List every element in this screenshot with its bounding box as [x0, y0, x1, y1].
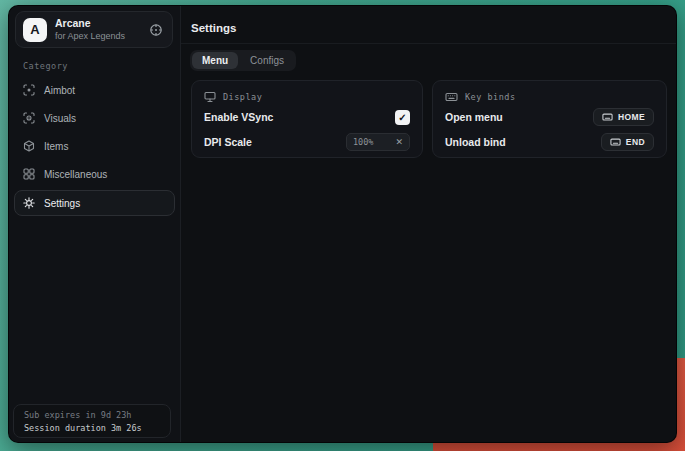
- crosshair-scan-icon: [23, 84, 35, 96]
- app-header-text: Arcane for Apex Legends: [55, 18, 141, 41]
- app-logo-letter: A: [30, 22, 39, 37]
- app-header-card: A Arcane for Apex Legends: [15, 11, 173, 48]
- gear-icon: [23, 197, 35, 209]
- vsync-checkbox[interactable]: ✓: [395, 110, 410, 125]
- display-card: Display Enable VSync ✓ DPI Scale 100% ✕: [191, 80, 423, 158]
- display-card-title: Display: [223, 92, 262, 102]
- app-subtitle: for Apex Legends: [55, 32, 141, 41]
- open-menu-label: Open menu: [445, 111, 503, 123]
- main-header: Settings: [181, 6, 677, 44]
- dpi-value: 100%: [353, 137, 373, 147]
- unload-bind-row: Unload bind END: [445, 130, 654, 154]
- sidebar-item-label: Settings: [44, 198, 80, 209]
- sidebar-item-settings[interactable]: Settings: [14, 190, 175, 216]
- main-panel: Settings Menu Configs Display: [181, 6, 677, 442]
- sub-expiry-text: Sub expires in 9d 23h: [24, 409, 160, 422]
- sidebar-item-label: Miscellaneous: [44, 169, 107, 180]
- arcane-window: A Arcane for Apex Legends Category: [8, 5, 677, 443]
- keyboard-icon: [610, 137, 621, 147]
- check-icon: ✓: [398, 112, 406, 123]
- sidebar: A Arcane for Apex Legends Category: [9, 6, 181, 442]
- keybinds-card: Key binds Open menu HOME Unload bin: [432, 80, 667, 158]
- dpi-scale-input[interactable]: 100% ✕: [346, 133, 410, 151]
- tab-menu[interactable]: Menu: [192, 52, 238, 69]
- category-label: Category: [23, 61, 180, 71]
- keybinds-card-title: Key binds: [465, 92, 516, 102]
- sidebar-item-aimbot[interactable]: Aimbot: [14, 76, 175, 104]
- layout-grid-icon: [23, 168, 35, 180]
- open-menu-row: Open menu HOME: [445, 105, 654, 129]
- dpi-row: DPI Scale 100% ✕: [204, 130, 410, 154]
- vsync-row: Enable VSync ✓: [204, 105, 410, 129]
- scan-eye-icon: [23, 112, 35, 124]
- sidebar-nav: Aimbot Visuals: [9, 76, 180, 216]
- sidebar-item-label: Visuals: [44, 113, 76, 124]
- open-menu-keybind-button[interactable]: HOME: [593, 108, 654, 126]
- vsync-label: Enable VSync: [204, 111, 273, 123]
- page-title: Settings: [191, 22, 677, 34]
- target-icon[interactable]: [149, 23, 163, 37]
- unload-bind-keybind-button[interactable]: END: [601, 133, 654, 151]
- keybinds-card-header: Key binds: [445, 89, 654, 104]
- sidebar-item-label: Items: [44, 141, 68, 152]
- sidebar-item-items[interactable]: Items: [14, 132, 175, 160]
- clear-icon[interactable]: ✕: [395, 138, 403, 147]
- sidebar-item-label: Aimbot: [44, 85, 75, 96]
- subscription-info-card: Sub expires in 9d 23h Session duration 3…: [13, 404, 171, 438]
- package-icon: [23, 140, 35, 152]
- dpi-label: DPI Scale: [204, 136, 252, 148]
- session-duration-text: Session duration 3m 26s: [24, 422, 160, 435]
- unload-bind-label: Unload bind: [445, 136, 506, 148]
- keyboard-icon: [445, 91, 458, 103]
- app-title: Arcane: [55, 18, 141, 29]
- sidebar-item-visuals[interactable]: Visuals: [14, 104, 175, 132]
- open-menu-key: HOME: [618, 112, 645, 122]
- keyboard-icon: [602, 112, 613, 122]
- monitor-icon: [204, 91, 216, 103]
- sidebar-item-miscellaneous[interactable]: Miscellaneous: [14, 160, 175, 188]
- settings-tabs: Menu Configs: [190, 50, 296, 71]
- settings-cards: Display Enable VSync ✓ DPI Scale 100% ✕: [191, 80, 667, 158]
- tab-configs[interactable]: Configs: [240, 52, 294, 69]
- display-card-header: Display: [204, 89, 410, 104]
- unload-bind-key: END: [626, 137, 645, 147]
- app-logo: A: [23, 18, 47, 42]
